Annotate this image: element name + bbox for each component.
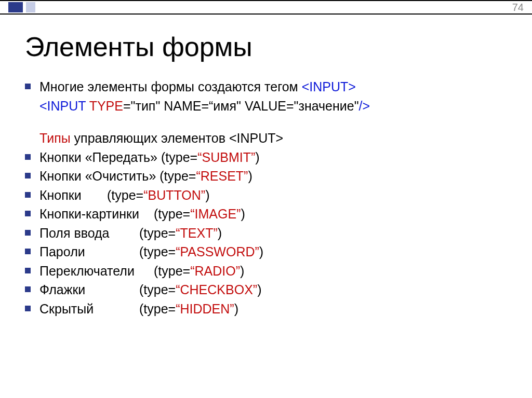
type-value: “RESET” [196,169,248,183]
type-attr: (type= [139,244,176,259]
accent-block-light [26,2,35,12]
type-close: ) [240,264,244,278]
page-number: 74 [512,2,524,13]
type-value: “BUTTON” [143,188,205,202]
bullet-list: Многие элементы формы создаются тегом <I… [25,78,511,318]
type-value: “SUBMIT” [197,150,255,164]
code-close: /> [359,99,370,113]
spacer-row [25,116,511,128]
type-close: ) [259,244,263,259]
type-row-text: Поля ввода(type=“TEXT”) [25,224,511,242]
type-attr: (type= [139,301,176,316]
type-value: “RADIO” [190,264,240,278]
input-tag: <INPUT> [302,79,356,94]
slide-topbar: 74 [0,0,532,15]
code-type-attr: TYPE [89,99,123,113]
type-row-button: Кнопки(type=“BUTTON”) [25,186,511,204]
type-label: Кнопки «Очистить» [39,169,159,183]
type-row-checkbox: Флажки(type=“CHECKBOX”) [25,281,511,299]
type-row-submit: Кнопки «Передать» (type=“SUBMIT”) [25,148,511,167]
type-attr: (type= [161,150,197,164]
code-type-val: ="тип" [123,99,164,113]
type-close: ) [234,301,238,316]
type-close: ) [205,188,209,202]
type-close: ) [248,169,252,183]
type-close: ) [218,226,222,240]
code-value: VALUE="значение" [245,99,359,113]
type-value: “IMAGE” [190,207,241,221]
code-lt: < [39,99,47,113]
intro-line-1: Многие элементы формы создаются тегом <I… [25,78,511,96]
intro-line-2: <INPUT TYPE="тип" NAME=“имя" VALUE="знач… [25,97,511,115]
type-attr: (type= [154,207,190,221]
code-name: NAME=“имя" [164,99,245,113]
type-close: ) [257,282,261,297]
type-label: Флажки [39,281,139,299]
slide-title: Элементы формы [25,31,511,62]
code-input: INPUT [47,99,89,113]
type-attr: (type= [159,169,196,183]
type-label: Кнопки [39,186,107,204]
type-row-hidden: Скрытый(type=“HIDDEN”) [25,300,511,318]
type-label: Кнопки-картинки [39,205,154,223]
type-row-password: Пароли(type=“PASSWORD”) [25,243,511,261]
type-label: Переключатели [39,262,154,280]
type-attr: (type= [139,282,176,297]
intro-text: Многие элементы формы создаются тегом [39,79,302,94]
type-value: “CHECKBOX” [176,282,257,297]
type-row-radio: Переключатели(type=“RADIO”) [25,262,511,280]
type-close: ) [241,207,245,221]
type-value: “HIDDEN” [176,301,234,316]
type-value: “TEXT” [176,226,218,240]
type-label: Скрытый [39,300,139,318]
slide-content: Элементы формы Многие элементы формы соз… [25,31,511,319]
type-label: Пароли [39,243,139,261]
type-label: Кнопки «Передать» [39,150,161,164]
type-label: Поля ввода [39,224,139,242]
type-row-reset: Кнопки «Очистить» (type=“RESET”) [25,167,511,185]
type-attr: (type= [139,226,176,240]
section-label-pre: Типы [39,131,71,145]
type-attr: (type= [107,188,143,202]
type-close: ) [255,150,259,164]
section-label-post: управляющих элементов <INPUT> [71,131,283,145]
type-row-image: Кнопки-картинки(type=“IMAGE”) [25,205,511,223]
type-attr: (type= [154,264,190,278]
accent-block-dark [8,2,23,12]
section-heading: Типы управляющих элементов <INPUT> [25,129,511,147]
type-value: “PASSWORD” [176,244,259,259]
